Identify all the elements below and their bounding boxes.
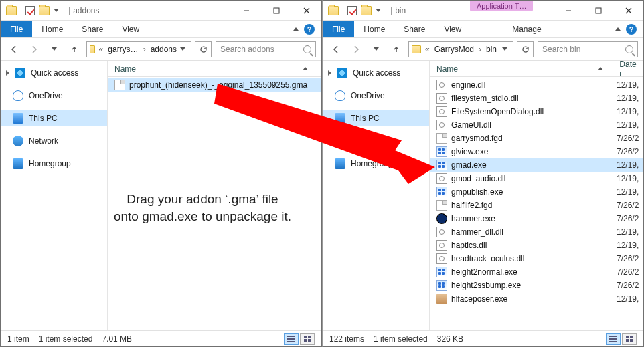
file-name: headtrack_oculus.dll	[451, 254, 524, 263]
minimize-button[interactable]	[553, 1, 583, 20]
back-button[interactable]	[6, 41, 22, 57]
maximize-button[interactable]	[583, 1, 613, 20]
new-folder-icon[interactable]	[361, 6, 372, 15]
search-input[interactable]: Search bin	[538, 41, 638, 57]
new-folder-icon[interactable]	[39, 6, 50, 15]
properties-icon[interactable]	[347, 6, 357, 15]
breadcrumb[interactable]: bin	[484, 45, 499, 54]
folder-icon	[412, 45, 421, 53]
ribbon-expand-icon[interactable]	[293, 27, 299, 31]
file-row[interactable]: height2ssbump.exe7/26/2	[430, 279, 643, 292]
help-icon[interactable]: ?	[304, 24, 315, 35]
recent-dropdown[interactable]	[368, 41, 384, 57]
view-large-icons-button[interactable]	[300, 333, 315, 345]
recent-dropdown[interactable]	[46, 41, 62, 57]
sidebar-item-this-pc[interactable]: This PC	[1, 110, 107, 126]
tab-view[interactable]: View	[112, 21, 149, 37]
file-row[interactable]: engine.dll12/19,	[430, 78, 643, 92]
breadcrumb[interactable]: addons	[149, 45, 179, 54]
titlebar[interactable]: |addons	[1, 1, 321, 21]
properties-icon[interactable]	[25, 6, 35, 15]
qat-dropdown-icon[interactable]	[54, 9, 59, 12]
tab-home[interactable]: Home	[354, 21, 394, 37]
file-row[interactable]: hammer.exe7/26/2	[430, 212, 643, 225]
sidebar-item-this-pc[interactable]: This PC	[323, 110, 429, 126]
breadcrumb[interactable]: GarrysMod	[432, 45, 476, 54]
file-row[interactable]: haptics.dll12/19,	[430, 239, 643, 252]
file-list[interactable]: engine.dll12/19,filesystem_stdio.dll12/1…	[430, 77, 643, 330]
breadcrumb[interactable]: garrys…	[106, 45, 140, 54]
star-icon	[337, 68, 347, 78]
tab-home[interactable]: Home	[32, 21, 72, 37]
file-row[interactable]: halflife2.fgd7/26/2	[430, 199, 643, 212]
sidebar-item-network[interactable]: Network	[1, 133, 107, 149]
back-button[interactable]	[328, 41, 344, 57]
column-name[interactable]: Name	[436, 64, 595, 74]
tab-manage[interactable]: Manage	[503, 21, 550, 37]
close-button[interactable]	[613, 1, 643, 20]
forward-button[interactable]	[26, 41, 42, 57]
tab-share[interactable]: Share	[394, 21, 434, 37]
column-header[interactable]: Name Date r	[430, 61, 643, 77]
file-row[interactable]: GameUI.dll12/19,	[430, 118, 643, 132]
file-row[interactable]: glview.exe7/26/2	[430, 145, 643, 158]
sidebar-item-quick-access[interactable]: Quick access	[323, 65, 429, 81]
chevron-left-icon[interactable]: «	[424, 45, 431, 54]
forward-button[interactable]	[348, 41, 364, 57]
tab-view[interactable]: View	[434, 21, 471, 37]
file-name: haptics.dll	[451, 241, 487, 250]
view-large-icons-button[interactable]	[622, 333, 637, 345]
file-row[interactable]: gmad.exe12/19,	[430, 158, 643, 172]
tab-share[interactable]: Share	[72, 21, 112, 37]
file-row[interactable]: FileSystemOpenDialog.dll12/19,	[430, 105, 643, 118]
help-icon[interactable]: ?	[626, 24, 637, 35]
sort-indicator-icon	[598, 67, 603, 70]
column-header[interactable]: Name	[108, 61, 321, 77]
file-row[interactable]: prophunt_(hidenseek)_-_original_13550925…	[108, 78, 321, 92]
close-button[interactable]	[291, 1, 321, 20]
refresh-button[interactable]	[517, 41, 534, 57]
address-bar[interactable]: « GarrysMod › bin	[408, 41, 513, 57]
file-row[interactable]: hlfaceposer.exe12/19,	[430, 292, 643, 306]
status-bar: 1 item 1 item selected 7.01 MB	[1, 330, 321, 346]
qat-dropdown-icon[interactable]	[376, 9, 381, 12]
nav-pane[interactable]: Quick access OneDrive This PC Network Ho…	[1, 61, 108, 330]
addr-dropdown-icon[interactable]	[180, 47, 185, 51]
file-row[interactable]: filesystem_stdio.dll12/19,	[430, 92, 643, 105]
sidebar-item-homegroup[interactable]: Homegroup	[323, 156, 429, 172]
page-icon	[114, 80, 125, 90]
address-bar[interactable]: « garrys… › addons	[86, 41, 191, 57]
search-input[interactable]: Search addons	[216, 41, 316, 57]
chevron-left-icon[interactable]: «	[98, 45, 105, 54]
sidebar-item-network[interactable]: Network	[323, 133, 429, 149]
file-row[interactable]: garrysmod.fgd7/26/2	[430, 132, 643, 145]
up-button[interactable]	[388, 41, 404, 57]
titlebar[interactable]: |bin Application T…	[323, 1, 643, 21]
file-row[interactable]: gmod_audio.dll12/19,	[430, 172, 643, 185]
addr-dropdown-icon[interactable]	[502, 47, 507, 51]
nav-pane[interactable]: Quick access OneDrive This PC Network Ho…	[323, 61, 430, 330]
file-tab[interactable]: File	[1, 21, 32, 37]
file-row[interactable]: headtrack_oculus.dll7/26/2	[430, 252, 643, 265]
column-name[interactable]: Name	[114, 64, 136, 74]
file-row[interactable]: hammer_dll.dll12/19,	[430, 225, 643, 239]
file-row[interactable]: height2normal.exe7/26/2	[430, 265, 643, 279]
refresh-button[interactable]	[195, 41, 212, 57]
maximize-button[interactable]	[261, 1, 291, 20]
view-details-button[interactable]	[284, 333, 299, 345]
view-details-button[interactable]	[606, 333, 621, 345]
up-button[interactable]	[66, 41, 82, 57]
file-list[interactable]: prophunt_(hidenseek)_-_original_13550925…	[108, 77, 321, 330]
ribbon-expand-icon[interactable]	[615, 27, 621, 31]
file-row[interactable]: gmpublish.exe12/19,	[430, 185, 643, 199]
minimize-button[interactable]	[231, 1, 261, 20]
sidebar-item-homegroup[interactable]: Homegroup	[1, 156, 107, 172]
sidebar-item-onedrive[interactable]: OneDrive	[1, 88, 107, 104]
file-name: prophunt_(hidenseek)_-_original_13550925…	[129, 80, 307, 90]
column-date[interactable]: Date r	[619, 61, 643, 78]
sidebar-item-onedrive[interactable]: OneDrive	[323, 88, 429, 104]
sidebar-item-quick-access[interactable]: Quick access	[1, 65, 107, 81]
contextual-tab-label: Application T…	[470, 1, 533, 11]
file-tab[interactable]: File	[323, 21, 354, 37]
pc-icon	[335, 113, 345, 124]
